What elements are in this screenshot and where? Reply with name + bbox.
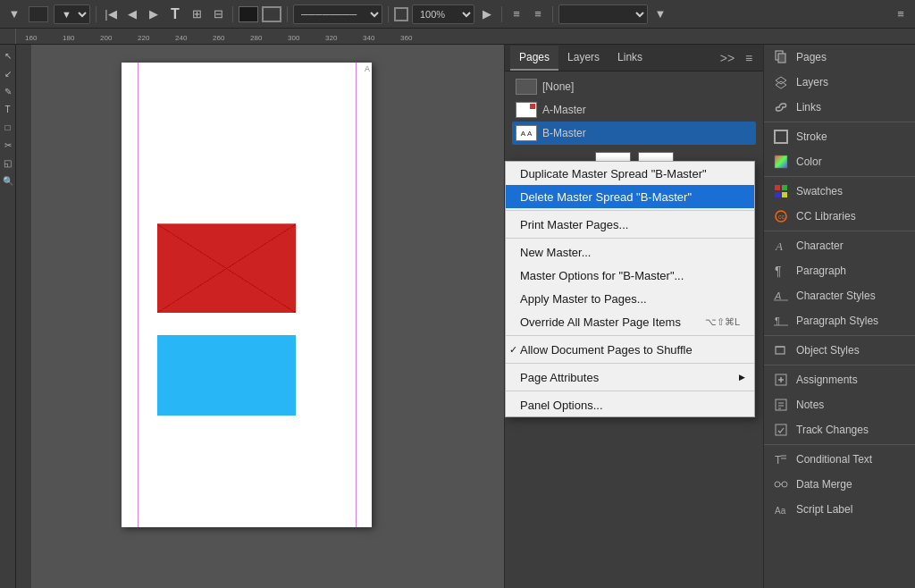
svg-rect-6 [775,185,780,190]
ctx-delete[interactable]: Delete Master Spread "B-Master" [506,185,754,208]
svg-point-31 [775,482,780,487]
conditional-icon: T [773,451,789,467]
stroke-select[interactable]: ──────── [293,4,382,24]
direct-select[interactable]: ↙ [1,66,15,80]
master-none[interactable]: [None] [512,75,756,98]
divider-2 [764,176,915,177]
char-styles-label: Character Styles [796,290,876,302]
svg-rect-4 [775,130,787,143]
nav-start[interactable]: |◀ [102,5,120,23]
master-b-right-label: A [527,130,532,138]
ctx-master-options[interactable]: Master Options for "B-Master"... [506,264,754,287]
panel-item-assignments[interactable]: Assignments [764,367,915,392]
ctx-panel-options[interactable]: Panel Options... [506,393,754,416]
ctx-allow-shuffle[interactable]: ✓ Allow Document Pages to Shuffle [506,338,754,361]
main-area: ↖ ↙ ✎ T □ ✂ ◱ 🔍 A [0,45,915,588]
frame-box [29,6,48,22]
layers-icon [773,74,789,90]
panel-item-paragraph[interactable]: ¶ Paragraph [764,258,915,283]
grid-tool[interactable]: ⊞ [188,5,206,23]
pages-panel: Pages Layers Links >> ≡ [None] [504,45,763,588]
master-none-thumb [516,79,537,95]
datamerge-icon [773,476,789,492]
nav-next[interactable]: ▶ [145,5,163,23]
panel-item-color[interactable]: Color [764,149,915,174]
page-arrow[interactable]: ▼ [651,5,669,23]
ctx-sep2 [506,238,754,239]
ctx-page-attributes[interactable]: Page Attributes [506,365,754,389]
panel-item-pages[interactable]: Pages [764,45,915,70]
links-icon [773,99,789,115]
stroke-swatch[interactable] [262,6,281,22]
panel-item-character[interactable]: A Character [764,233,915,258]
ctx-duplicate[interactable]: Duplicate Master Spread "B-Master" [506,162,754,185]
svg-marker-3 [776,81,786,88]
ctx-check-mark: ✓ [509,344,517,356]
tab-pages[interactable]: Pages [510,46,558,71]
panel-header-icons: >> ≡ [718,49,758,67]
table-tool[interactable]: ⊟ [209,5,227,23]
nav-prev[interactable]: ◀ [123,5,141,23]
ruler-left [16,45,32,588]
character-label: Character [796,239,844,252]
ctx-print[interactable]: Print Master Pages... [506,213,754,236]
paragraph-icon: ¶ [773,263,789,279]
ctx-sep5 [506,391,754,391]
panel-item-swatches[interactable]: Swatches [764,179,915,204]
panel-forward-icon[interactable]: >> [718,49,736,67]
zoom-tool[interactable]: 🔍 [1,173,15,188]
tab-links[interactable]: Links [609,46,651,71]
panel-item-layers[interactable]: Layers [764,70,915,95]
app-icon: ▼ [5,5,23,23]
master-a-thumb [516,102,537,118]
pen-tool[interactable]: ✎ [1,84,15,98]
panel-menu-icon[interactable]: ≡ [740,49,758,67]
panel-item-obj-styles[interactable]: Object Styles [764,338,915,363]
datamerge-label: Data Merge [796,478,852,491]
ruler-180: 180 [63,34,74,42]
master-b[interactable]: A A B-Master [512,122,756,145]
align-left[interactable]: ≡ [508,5,525,23]
ctx-override-shortcut: ⌥⇧⌘L [705,316,740,328]
page-badge: A [365,64,370,73]
svg-text:¶: ¶ [775,264,782,278]
panel-item-script[interactable]: Aa Script Label [764,497,915,522]
panel-item-conditional[interactable]: T Conditional Text [764,447,915,472]
page-select[interactable] [558,4,648,24]
sep6 [552,6,553,22]
ruler-280: 280 [250,34,262,42]
panel-item-stroke[interactable]: Stroke [764,124,915,149]
panel-item-cc[interactable]: cc CC Libraries [764,204,915,229]
zoom-arrow[interactable]: ▶ [478,5,496,23]
fill-swatch[interactable] [239,6,258,22]
swatches-icon [773,183,789,199]
ctx-apply-master[interactable]: Apply Master to Pages... [506,287,754,310]
panel-item-char-styles[interactable]: A Character Styles [764,283,915,308]
ruler-160: 160 [25,34,37,42]
panel-item-datamerge[interactable]: Data Merge [764,472,915,497]
panel-item-links[interactable]: Links [764,95,915,120]
tab-layers[interactable]: Layers [558,46,609,71]
panel-item-para-styles[interactable]: ¶ Paragraph Styles [764,308,915,333]
panel-item-notes[interactable]: Notes [764,392,915,417]
conditional-label: Conditional Text [796,453,872,466]
rect-tool[interactable]: □ [1,120,15,134]
menu-icon[interactable]: ≡ [892,5,910,23]
text-tool[interactable]: T [166,5,184,23]
scissors-tool[interactable]: ✂ [1,138,15,152]
type-tool[interactable]: T [1,102,15,116]
panel-item-track[interactable]: Track Changes [764,417,915,442]
stroke-icon [773,129,789,145]
ruler-top: 160 180 200 220 240 260 280 300 320 340 … [0,29,915,45]
red-rect-x-marks [157,223,296,313]
tool-select[interactable]: ▼ [54,4,90,24]
zoom-select[interactable]: 100% [412,4,474,24]
ctx-new-master[interactable]: New Master... [506,240,754,264]
master-a[interactable]: A-Master [512,98,756,122]
select-tool[interactable]: ↖ [1,48,15,63]
ctx-override-all[interactable]: Override All Master Page Items ⌥⇧⌘L [506,310,754,333]
svg-rect-1 [778,54,785,63]
color-label: Color [796,155,822,168]
align-center[interactable]: ≡ [529,5,547,23]
gradient-tool[interactable]: ◱ [1,155,15,170]
